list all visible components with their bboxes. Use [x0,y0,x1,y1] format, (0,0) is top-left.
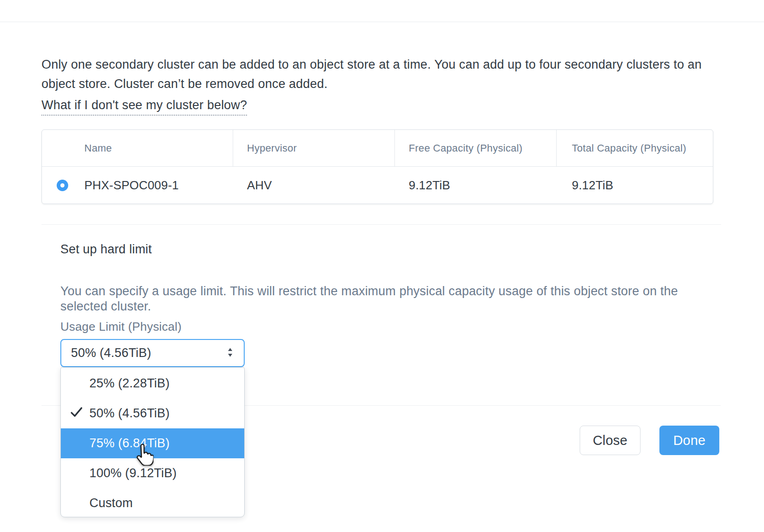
header-free-capacity: Free Capacity (Physical) [395,130,557,166]
cell-name: PHX-SPOC009-1 [42,167,233,204]
hard-limit-description: You can specify a usage limit. This will… [60,284,699,314]
option-label: 75% (6.84TiB) [89,436,170,450]
usage-limit-selected-value: 50% (4.56TiB) [61,346,151,360]
table-row[interactable]: PHX-SPOC009-1 AHV 9.12TiB 9.12TiB [42,167,713,204]
cluster-table: Name Hypervisor Free Capacity (Physical)… [41,129,713,204]
cluster-table-header: Name Hypervisor Free Capacity (Physical)… [42,130,713,167]
check-icon [70,406,83,421]
header-total-capacity: Total Capacity (Physical) [557,130,713,166]
usage-limit-dropdown: 25% (2.28TiB) 50% (4.56TiB) 75% (6.84TiB… [60,367,245,517]
done-button[interactable]: Done [659,426,719,455]
cell-hypervisor: AHV [233,167,395,204]
close-button[interactable]: Close [580,426,641,455]
usage-limit-select[interactable]: 50% (4.56TiB) [60,339,245,367]
dropdown-option-25[interactable]: 25% (2.28TiB) [61,368,244,398]
hand-pointer-cursor [133,444,153,468]
add-secondary-cluster-dialog: Only one secondary cluster can be added … [0,0,764,532]
option-label: 100% (9.12TiB) [89,466,176,480]
cluster-name: PHX-SPOC009-1 [84,178,179,193]
usage-limit-label: Usage Limit (Physical) [60,320,182,334]
hard-limit-title: Set up hard limit [60,242,152,257]
header-name: Name [42,130,233,166]
updown-stepper-icon [227,347,234,360]
intro-text: Only one secondary cluster can be added … [41,55,715,94]
dropdown-option-custom[interactable]: Custom [61,488,244,518]
cell-free-capacity: 9.12TiB [395,167,557,204]
top-divider [0,22,764,22]
option-label: Custom [89,496,133,510]
cluster-help-link[interactable]: What if I don't see my cluster below? [41,98,247,116]
option-label: 50% (4.56TiB) [89,406,170,421]
dropdown-option-50[interactable]: 50% (4.56TiB) [61,398,244,428]
cell-total-capacity: 9.12TiB [557,167,713,204]
cluster-radio[interactable] [57,180,68,191]
option-label: 25% (2.28TiB) [89,376,170,391]
header-hypervisor: Hypervisor [233,130,395,166]
section-divider [41,224,721,225]
